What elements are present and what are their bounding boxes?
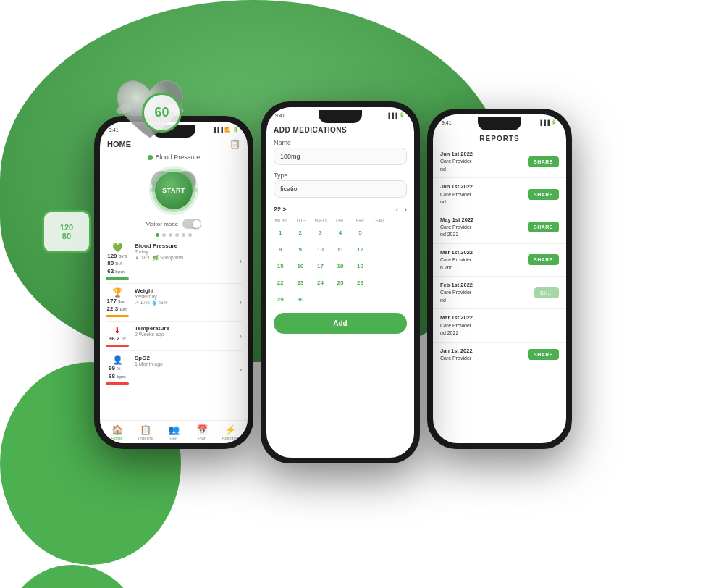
cal-day-25[interactable]: 25 (332, 274, 348, 290)
timeline-icon: 📋 (140, 424, 151, 435)
cal-day-22[interactable]: 22 (272, 274, 288, 290)
cal-day-16[interactable]: 16 (292, 258, 308, 274)
status-dot (148, 155, 153, 160)
cal-day-12[interactable]: 12 (353, 241, 369, 257)
report-sub-3: Care Providernd 2022 (440, 224, 473, 239)
badge-120-80: 12080 (42, 210, 91, 253)
phone-reports: 9:41 ▐▐▐ 🔋 REPORTS Jun 1st 2022 Care Pro… (427, 109, 572, 449)
temp-arrow[interactable]: › (240, 332, 242, 340)
cal-day-26[interactable]: 26 (353, 274, 369, 290)
cal-day-blank-8 (392, 274, 408, 290)
cal-day-29[interactable]: 29 (272, 291, 288, 307)
calendar-nav: 22 > ‹ › (266, 202, 414, 217)
name-label: Name (266, 137, 414, 148)
cal-day-blank-7 (372, 274, 388, 290)
cal-day-3[interactable]: 3 (312, 224, 328, 240)
dot-2 (162, 233, 166, 237)
cal-day-23[interactable]: 23 (292, 274, 308, 290)
nav-plan[interactable]: 📅 Plan (191, 424, 213, 440)
report-sub-1: Care Providernd (440, 158, 473, 173)
nav-home[interactable]: 🏠 Home (106, 424, 128, 440)
cal-next[interactable]: › (404, 205, 407, 214)
phone-reports-screen: 9:41 ▐▐▐ 🔋 REPORTS Jun 1st 2022 Care Pro… (433, 114, 566, 443)
report-date-4: Mar 1st 2022 (440, 248, 473, 256)
visitor-mode: Visitor mode (100, 217, 248, 231)
bp-arrow[interactable]: › (240, 257, 242, 265)
cal-day-blank-4 (392, 241, 408, 257)
dot-1 (156, 233, 159, 237)
home-icon: 🏠 (111, 424, 123, 435)
cal-day-18[interactable]: 18 (332, 258, 348, 274)
share-btn-2[interactable]: SHARE (528, 189, 559, 200)
calendar-days: 1 2 3 4 5 8 9 10 11 12 (271, 224, 410, 307)
add-button[interactable]: Add (274, 313, 407, 334)
share-btn-7[interactable]: SHARE (528, 349, 559, 360)
cal-day-19[interactable]: 19 (353, 258, 369, 274)
spo2-values: 99 % 68 bpm (109, 365, 126, 380)
bp-name: Blood Pressure (135, 243, 183, 249)
cal-prev[interactable]: ‹ (396, 205, 399, 214)
spo2-time: 1 Month ago (135, 361, 163, 366)
report-item-2: Jun 1st 2022 Care Providernd SHARE (433, 178, 566, 211)
cal-day-2[interactable]: 2 (292, 224, 308, 240)
bp-time: Today (135, 249, 183, 254)
nav-activities[interactable]: ⚡ Activities (219, 424, 241, 440)
nav-home-label: Home (111, 436, 123, 440)
report-date-6: Mar 1st 2022 (440, 314, 473, 322)
report-item-4: Mar 1st 2022 Care Providern 2nd SHARE (433, 244, 566, 277)
plan-icon: 📅 (196, 424, 208, 435)
badge-60: 60 (142, 93, 182, 133)
report-sub-6: Care Providernd 2022 (440, 322, 473, 337)
cal-day-17[interactable]: 17 (312, 258, 328, 274)
cal-day-15[interactable]: 15 (272, 258, 288, 274)
blood-pressure-icon: 💚 (112, 243, 123, 253)
spo2-name: SpO2 (135, 355, 163, 361)
cal-day-24[interactable]: 24 (312, 274, 328, 290)
activities-icon: ⚡ (224, 424, 236, 435)
spo2-icon: 👤 (112, 355, 123, 365)
share-btn-3[interactable]: SHARE (528, 222, 559, 232)
cal-day-5[interactable]: 5 (353, 224, 369, 240)
type-label: Type (266, 169, 414, 180)
phone-home: 9:41 ▐▐▐ 📶 🔋 HOME 📋 Blood Pressure (94, 116, 253, 449)
metric-weight[interactable]: 🏆 177 lbs 22.3 BMI Weight Yesterday (106, 284, 242, 322)
temp-value: 36.2 °C (109, 335, 127, 343)
cal-day-4[interactable]: 4 (332, 224, 348, 240)
nav-activities-label: Activities (222, 436, 240, 440)
report-item-3: May 1st 2022 Care Providernd 2022 SHARE (433, 211, 566, 244)
dot-6 (188, 233, 192, 237)
nav-timeline-label: Timeline (138, 436, 153, 440)
cal-day-9[interactable]: 9 (292, 241, 308, 257)
visitor-toggle[interactable] (182, 219, 201, 229)
report-sub-5: Care Providernd (440, 289, 473, 304)
name-input[interactable]: 100mg (274, 148, 407, 165)
weight-icon: 🏆 (112, 287, 123, 298)
cal-day-8[interactable]: 8 (272, 241, 288, 257)
share-btn-1[interactable]: SHARE (528, 156, 559, 167)
nav-ff[interactable]: 👥 F&F (163, 424, 185, 440)
reports-title: REPORTS (433, 130, 566, 146)
cal-day-blank-6 (392, 258, 408, 274)
cal-day-11[interactable]: 11 (332, 241, 348, 257)
cal-day-30[interactable]: 30 (292, 291, 308, 307)
home-subtitle: Blood Pressure (100, 152, 248, 162)
share-btn-5[interactable]: SH... (534, 287, 559, 298)
phone-home-screen: 9:41 ▐▐▐ 📶 🔋 HOME 📋 Blood Pressure (100, 122, 248, 443)
weight-bar (106, 315, 129, 317)
nav-timeline[interactable]: 📋 Timeline (135, 424, 156, 440)
metric-temperature[interactable]: 🌡 36.2 °C Temperature 2 Weeks ago (106, 322, 242, 351)
cal-day-1[interactable]: 1 (272, 224, 288, 240)
cal-day-10[interactable]: 10 (312, 241, 328, 257)
metric-spo2[interactable]: 👤 99 % 68 bpm SpO2 1 Month ago (106, 351, 242, 388)
dot-3 (169, 233, 172, 237)
notes-icon[interactable]: 📋 (230, 139, 240, 149)
type-input[interactable]: fication (274, 180, 407, 198)
metric-blood-pressure[interactable]: 💚 120 SYS 80 DIA 62 bpm Blood Pressure (106, 239, 242, 284)
report-date-5: Feb 1st 2022 (440, 281, 473, 289)
start-button[interactable]: START (155, 172, 193, 209)
weight-arrow[interactable]: › (240, 298, 242, 306)
share-btn-4[interactable]: SHARE (528, 254, 559, 265)
spo2-arrow[interactable]: › (240, 366, 242, 374)
report-date-1: Jun 1st 2022 (440, 150, 473, 158)
bp-detail: 🌡 18°C 🌿 Suboptimal (135, 255, 183, 261)
